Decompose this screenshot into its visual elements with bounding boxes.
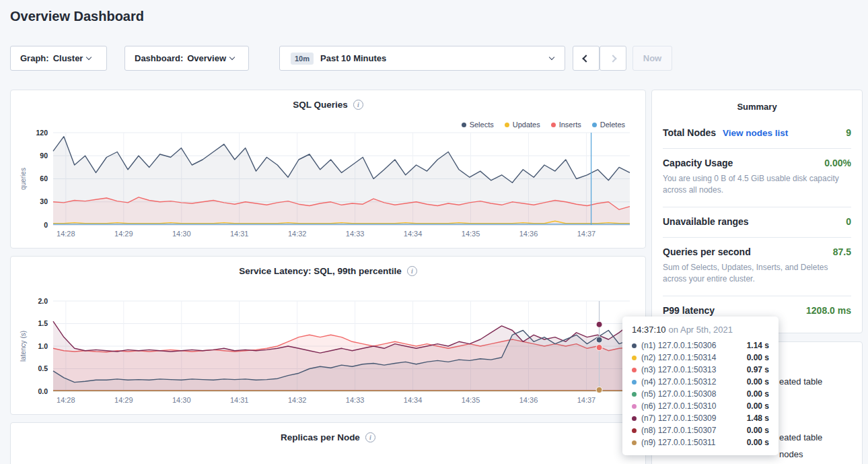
- svg-text:14:29: 14:29: [114, 396, 133, 404]
- tooltip-node-value: 0.00 s: [747, 377, 769, 387]
- dashboard-dropdown-label: Dashboard:: [135, 53, 183, 63]
- node-color-dot-icon: [632, 428, 637, 433]
- node-color-dot-icon: [632, 404, 637, 409]
- tooltip-node-label: (n9) 127.0.0.1:50311: [641, 438, 716, 447]
- unavailable-ranges-label: Unavailable ranges: [663, 216, 749, 227]
- service-latency-card: Service Latency: SQL, 99th percentile 0.…: [10, 256, 646, 415]
- chevron-right-icon: [609, 55, 616, 62]
- graph-dropdown-value: Cluster: [53, 53, 83, 63]
- svg-text:14:36: 14:36: [519, 230, 538, 238]
- total-nodes-value: 9: [846, 127, 851, 138]
- summary-qps-row: Queries per second 87.5 Sum of Selects, …: [663, 238, 851, 296]
- tooltip-node-label: (n3) 127.0.0.1:50313: [641, 365, 716, 374]
- tooltip-node-value: 0.00 s: [747, 389, 769, 399]
- tooltip-node-label: (n5) 127.0.0.1:50308: [641, 389, 716, 399]
- svg-text:2.0: 2.0: [38, 297, 48, 305]
- tooltip-node-row: (n7) 127.0.0.1:503091.48 s: [632, 412, 769, 424]
- tooltip-node-value: 0.00 s: [747, 426, 769, 435]
- svg-text:1.5: 1.5: [38, 319, 48, 327]
- graph-dropdown[interactable]: Graph: Cluster: [10, 46, 107, 71]
- time-next-button[interactable]: [600, 46, 626, 71]
- tooltip-node-value: 1.14 s: [747, 341, 769, 350]
- qps-description: Sum of Selects, Updates, Inserts, and De…: [663, 262, 851, 286]
- svg-text:14:35: 14:35: [462, 230, 480, 238]
- replicas-per-node-card: Replicas per Node: [10, 422, 646, 464]
- summary-title: Summary: [652, 90, 862, 119]
- svg-text:14:37: 14:37: [577, 230, 596, 238]
- tooltip-node-value: 0.00 s: [747, 438, 769, 447]
- chevron-down-icon: [549, 55, 554, 60]
- chart-hover-tooltip: 14:37:10on Apr 5th, 2021 (n1) 127.0.0.1:…: [622, 317, 779, 455]
- svg-text:14:32: 14:32: [288, 230, 307, 238]
- view-nodes-list-link[interactable]: View nodes list: [723, 128, 788, 138]
- summary-panel: Summary Total Nodes View nodes list 9 Ca…: [651, 90, 863, 333]
- p99-latency-label: P99 latency: [663, 305, 715, 316]
- tooltip-node-row: (n5) 127.0.0.1:503080.00 s: [632, 388, 769, 400]
- tooltip-node-row: (n2) 127.0.0.1:503140.00 s: [632, 352, 769, 364]
- summary-capacity-row: Capacity Usage 0.00% You are using 0 B o…: [663, 149, 851, 207]
- svg-text:14:32: 14:32: [288, 396, 307, 404]
- service-latency-chart[interactable]: 0.00.51.01.52.014:2814:2914:3014:3114:32…: [11, 257, 647, 416]
- svg-text:14:33: 14:33: [346, 396, 365, 404]
- tooltip-node-row: (n9) 127.0.0.1:503110.00 s: [632, 436, 769, 449]
- svg-text:0: 0: [44, 221, 48, 229]
- svg-text:1.0: 1.0: [38, 342, 48, 350]
- chevron-down-icon: [229, 55, 235, 60]
- time-range-label: Past 10 Minutes: [320, 53, 386, 63]
- node-color-dot-icon: [632, 343, 637, 348]
- now-button[interactable]: Now: [632, 46, 672, 71]
- node-color-dot-icon: [632, 416, 637, 421]
- node-color-dot-icon: [632, 440, 637, 445]
- event-item-fragment[interactable]: eated table: [779, 432, 822, 442]
- tooltip-node-value: 1.48 s: [747, 413, 769, 423]
- svg-text:14:31: 14:31: [230, 396, 249, 404]
- svg-text:14:35: 14:35: [462, 396, 480, 404]
- capacity-usage-description: You are using 0 B of 4.5 GiB usable disk…: [663, 173, 851, 197]
- tooltip-node-value: 0.00 s: [747, 353, 769, 362]
- tooltip-node-label: (n2) 127.0.0.1:50314: [641, 353, 716, 362]
- time-range-dropdown[interactable]: 10m Past 10 Minutes: [279, 46, 565, 71]
- tooltip-node-row: (n1) 127.0.0.1:503061.14 s: [632, 339, 769, 352]
- svg-text:14:30: 14:30: [172, 230, 191, 238]
- tooltip-node-row: (n3) 127.0.0.1:503130.97 s: [632, 364, 769, 376]
- svg-text:14:28: 14:28: [57, 230, 75, 238]
- dashboard-dropdown-value: Overview: [187, 53, 226, 63]
- qps-value: 87.5: [833, 246, 851, 257]
- event-item-fragment[interactable]: nodes: [779, 449, 803, 459]
- svg-text:queries: queries: [20, 168, 27, 190]
- dashboard-dropdown[interactable]: Dashboard: Overview: [124, 46, 249, 71]
- tooltip-node-label: (n6) 127.0.0.1:50310: [641, 401, 716, 411]
- svg-text:14:34: 14:34: [404, 230, 423, 238]
- time-range-badge: 10m: [291, 53, 314, 65]
- svg-text:90: 90: [40, 152, 48, 160]
- svg-text:14:28: 14:28: [57, 396, 75, 404]
- node-color-dot-icon: [632, 380, 637, 385]
- sql-queries-chart[interactable]: 030609012014:2814:2914:3014:3114:3214:33…: [11, 90, 647, 249]
- summary-unavailable-ranges-row: Unavailable ranges 0: [663, 207, 851, 238]
- chevron-left-icon: [582, 55, 589, 62]
- svg-text:14:30: 14:30: [172, 396, 191, 404]
- svg-text:latency (s): latency (s): [20, 331, 27, 362]
- svg-text:0.5: 0.5: [38, 364, 48, 372]
- tooltip-node-value: 0.00 s: [747, 401, 769, 411]
- chevron-down-icon: [86, 55, 92, 60]
- svg-text:0.0: 0.0: [38, 387, 48, 395]
- info-icon[interactable]: [365, 432, 375, 442]
- sql-queries-card: SQL Queries SelectsUpdatesInsertsDeletes…: [10, 90, 646, 248]
- svg-text:14:33: 14:33: [346, 230, 365, 238]
- tooltip-node-label: (n4) 127.0.0.1:50312: [641, 377, 716, 387]
- svg-text:14:34: 14:34: [404, 396, 423, 404]
- tooltip-node-label: (n7) 127.0.0.1:50309: [641, 413, 716, 423]
- tooltip-node-label: (n8) 127.0.0.1:50307: [641, 426, 716, 435]
- tooltip-node-label: (n1) 127.0.0.1:50306: [641, 341, 716, 350]
- svg-text:14:37: 14:37: [577, 396, 596, 404]
- time-prev-button[interactable]: [573, 46, 600, 71]
- svg-text:120: 120: [36, 129, 48, 137]
- tooltip-node-value: 0.97 s: [747, 365, 769, 374]
- p99-latency-value: 1208.0 ms: [806, 305, 851, 316]
- node-color-dot-icon: [632, 368, 637, 372]
- tooltip-node-row: (n8) 127.0.0.1:503070.00 s: [632, 424, 769, 436]
- event-item-fragment[interactable]: eated table: [779, 376, 822, 387]
- qps-label: Queries per second: [663, 246, 751, 257]
- capacity-usage-value: 0.00%: [824, 158, 851, 168]
